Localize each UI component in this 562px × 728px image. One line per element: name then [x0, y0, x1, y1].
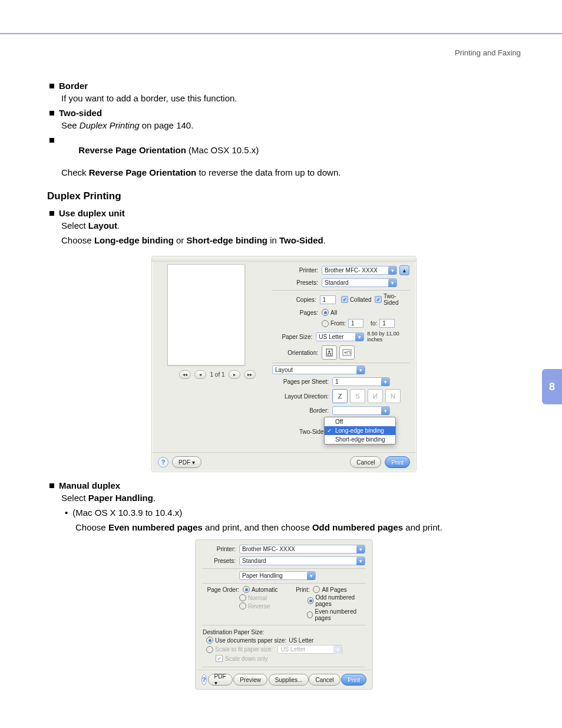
d2-printer-label: Printer: [203, 546, 239, 552]
printer-value: Brother MFC- XXXX [325, 267, 378, 274]
d2-pageorder-label: Page Order: [203, 587, 243, 593]
d2-print-all-radio[interactable] [313, 586, 320, 593]
chevron-down-icon: ▾ [356, 545, 365, 554]
bullet-icon [49, 138, 54, 143]
bullet-icon [49, 211, 54, 216]
text-run: Choose [61, 235, 94, 245]
text-run: to reverse the data from up to down. [196, 167, 340, 177]
layoutdir-btn-4[interactable]: N [385, 389, 401, 403]
papersize-dims: 8.50 by 11.00 inches [367, 331, 410, 342]
text-run-bold: Long-edge binding [94, 235, 174, 245]
text-run-italic: Duplex Printing [80, 120, 140, 130]
manual-duplex-sub: (Mac OS X 10.3.9 to 10.4.x) [72, 508, 182, 518]
pager: ◂◂ ◂ 1 of 1 ▸ ▸▸ [167, 370, 267, 379]
presets-select[interactable]: Standard▾ [322, 278, 397, 287]
d2-dest-usedoc-radio[interactable] [206, 637, 213, 644]
d2-dest-usedoc-label: Use documents paper size: [215, 637, 286, 644]
panel-select[interactable]: Layout▾ [272, 365, 365, 374]
printer-label: Printer: [272, 267, 322, 274]
bullet-twosided-body: See Duplex Printing on page 140. [61, 120, 521, 130]
twosided-option-long[interactable]: Long-edge binding [325, 426, 395, 435]
layoutdirection-label: Layout Direction: [272, 393, 332, 400]
twosided-option-short[interactable]: Short-edge binding [325, 435, 395, 444]
manual-duplex-line2: Choose Even numbered pages and print, an… [75, 522, 521, 532]
twosided-label: Two-Sided [384, 293, 410, 306]
bullet-reverse-body: Check Reverse Page Orientation to revers… [61, 167, 521, 177]
chevron-down-icon: ▾ [333, 645, 342, 654]
printer-status-button[interactable]: ▲ [399, 265, 409, 275]
d2-pageorder-auto-radio[interactable] [243, 586, 250, 593]
papersize-select[interactable]: US Letter▾ [316, 332, 364, 341]
d2-presets-value: Standard [242, 558, 266, 564]
d2-dest-scale-radio[interactable] [206, 646, 213, 653]
bullet-reverse-title: Reverse Page Orientation [78, 145, 186, 155]
text-run: Choose [75, 522, 108, 532]
d2-scaledown-label: Scale down only [225, 655, 268, 662]
bullet-icon [49, 84, 54, 88]
d2-cancel-button[interactable]: Cancel [309, 674, 340, 686]
printer-select[interactable]: Brother MFC- XXXX▾ [322, 266, 397, 275]
print-preview-sheet [167, 264, 245, 365]
layoutdir-btn-3[interactable]: И [368, 389, 383, 403]
collated-checkbox[interactable]: ✓ [341, 296, 348, 303]
pager-last-button[interactable]: ▸▸ [244, 370, 256, 379]
d2-panel-select[interactable]: Paper Handling▾ [239, 571, 316, 580]
pdf-button[interactable]: PDF ▾ [172, 456, 201, 468]
text-run-bold: Short-edge binding [187, 235, 267, 245]
copies-input[interactable]: 1 [320, 295, 336, 304]
text-run-bold: Two-Sided [279, 235, 323, 245]
d2-presets-select[interactable]: Standard▾ [239, 556, 365, 565]
pages-from-radio[interactable] [322, 320, 329, 327]
pages-all-radio[interactable] [322, 309, 329, 316]
svg-rect-0 [326, 349, 332, 356]
pagespersheet-select[interactable]: 1▾ [332, 377, 390, 386]
pager-count: 1 of 1 [210, 371, 224, 378]
pager-prev-button[interactable]: ◂ [194, 370, 206, 379]
d2-pageorder-normal-radio[interactable] [239, 594, 246, 601]
print-dialog-paper-handling: Printer: Brother MFC- XXXX▾ Presets: Sta… [195, 539, 373, 690]
d2-printer-select[interactable]: Brother MFC- XXXX▾ [239, 545, 365, 554]
d2-print-odd-radio[interactable] [308, 597, 314, 604]
twosided-checkbox[interactable]: ✓ [375, 296, 382, 303]
chapter-tab: 8 [542, 369, 562, 404]
papersize-label: Paper Size: [272, 334, 316, 340]
d2-supplies-button[interactable]: Supplies... [269, 674, 309, 686]
d2-panel-value: Paper Handling [242, 572, 283, 579]
help-button[interactable]: ? [158, 457, 168, 467]
border-label: Border: [272, 407, 332, 414]
pages-to-input[interactable]: 1 [379, 319, 395, 328]
d2-print-button[interactable]: Print [341, 674, 366, 686]
pager-next-button[interactable]: ▸ [229, 370, 240, 379]
d2-print-even-radio[interactable] [307, 611, 313, 618]
layoutdir-btn-2[interactable]: S [350, 389, 365, 403]
d2-help-button[interactable]: ? [201, 674, 207, 685]
print-dialog-layout: ◂◂ ◂ 1 of 1 ▸ ▸▸ Printer: Brother MFC- X… [151, 256, 416, 472]
chevron-down-icon: ▾ [388, 266, 396, 275]
pager-first-button[interactable]: ◂◂ [179, 370, 191, 379]
orientation-portrait-button[interactable] [322, 345, 337, 360]
text-run: and print, and then choose [203, 522, 312, 532]
twosided-dropdown-menu: Off Long-edge binding Short-edge binding [324, 417, 396, 444]
border-select[interactable]: ▾ [332, 406, 390, 415]
d2-preview-button[interactable]: Preview [233, 674, 267, 686]
twosided-option-off[interactable]: Off [325, 417, 395, 426]
layoutdir-btn-1[interactable]: Z [332, 389, 348, 403]
d2-pageorder-normal: Normal [248, 595, 267, 601]
cancel-button[interactable]: Cancel [350, 456, 381, 468]
text-run: Check [61, 167, 89, 177]
d2-pageorder-reverse-radio[interactable] [239, 602, 246, 610]
text-run: . [323, 235, 326, 245]
d2-dest-scale-value: US Letter [280, 646, 305, 653]
d2-pdf-button[interactable]: PDF ▾ [208, 674, 233, 686]
orientation-landscape-button[interactable] [339, 345, 355, 360]
pages-from-input[interactable]: 1 [348, 319, 363, 328]
text-run: . [153, 493, 156, 503]
svg-point-3 [345, 352, 346, 354]
d2-print-even: Even numbered pages [315, 608, 365, 621]
chevron-down-icon: ▾ [381, 378, 389, 386]
print-button[interactable]: Print [385, 456, 410, 468]
text-run-bold: Odd numbered pages [312, 522, 403, 532]
pages-all-label: All [330, 309, 337, 316]
pagespersheet-value: 1 [335, 378, 339, 385]
text-run-bold: Even numbered pages [108, 522, 203, 532]
